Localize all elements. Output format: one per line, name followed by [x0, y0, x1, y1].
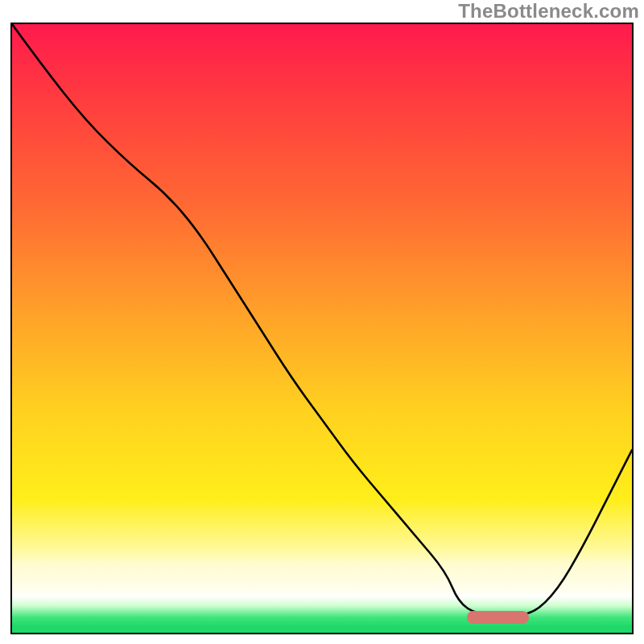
plot-area: [10, 23, 634, 634]
optimal-range-marker: [467, 611, 529, 624]
watermark-text: TheBottleneck.com: [458, 0, 639, 23]
bottleneck-chart: TheBottleneck.com: [0, 0, 644, 644]
curve-layer: [12, 24, 632, 633]
bottleneck-curve: [12, 24, 632, 614]
